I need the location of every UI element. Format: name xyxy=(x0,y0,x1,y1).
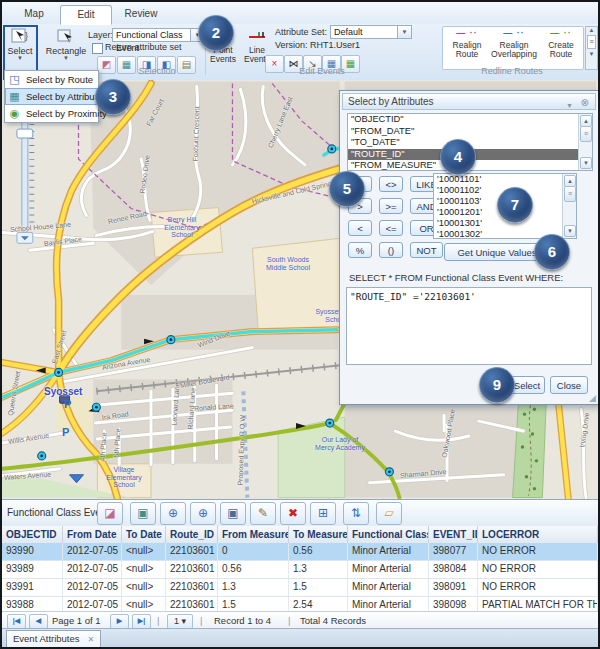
total-records-label: Total 4 Records xyxy=(300,615,366,626)
values-list-scrollbar[interactable]: ▲ ≡ ▼ xyxy=(562,174,576,238)
open-icon[interactable]: ▱ xyxy=(376,502,402,525)
map-label: Berry Hill Elementary School xyxy=(154,216,210,239)
table-cell: Minor Arterial xyxy=(348,561,429,578)
version-label: Version: RHT1.User1 xyxy=(275,40,360,50)
table-row[interactable]: 939902012-07-05<null>2210360100.56Minor … xyxy=(2,543,598,561)
dialog-title: Select by Attributes xyxy=(348,96,434,107)
pager-separator: | xyxy=(200,615,202,626)
map-label: Queens Street xyxy=(7,370,22,416)
sort-icon[interactable]: ⇅ xyxy=(343,502,369,525)
map-label: 5th Place xyxy=(113,428,122,458)
table-row[interactable]: 939892012-07-05<null>221036010.561.3Mino… xyxy=(2,561,598,579)
column-header[interactable]: To Measure xyxy=(289,526,348,543)
tab-map[interactable]: Map xyxy=(14,5,54,23)
chevron-down-icon[interactable]: ▼ xyxy=(2,56,38,61)
table-cell: <null> xyxy=(122,543,166,560)
callout-9: 9 xyxy=(479,367,515,403)
column-header[interactable]: Functional Class xyxy=(348,526,429,543)
scroll-down-icon[interactable]: ▼ xyxy=(580,157,592,169)
map-label: Foxhunt Crescent xyxy=(192,106,201,161)
return-attribute-set-label: Return attribute set xyxy=(105,42,182,52)
next-page-button[interactable]: ▶ xyxy=(110,614,129,629)
map-label: Oakwood Place xyxy=(441,409,456,459)
return-attribute-set-checkbox[interactable] xyxy=(92,43,103,54)
realign-route-button[interactable]: — ·· Realign Route xyxy=(445,29,489,59)
operator-pct-button[interactable]: % xyxy=(348,242,372,258)
dialog-close-icon[interactable]: ⊗ xyxy=(581,95,589,111)
map-label: Sharman Drive xyxy=(400,468,447,479)
operator-paren-button[interactable]: () xyxy=(379,242,403,258)
dialog-title-bar[interactable]: Select by Attributes ▼ ⊗ xyxy=(342,93,596,110)
operator-neq-button[interactable]: <> xyxy=(379,176,403,192)
field-item[interactable]: "OBJECTID" xyxy=(348,114,592,126)
value-item[interactable]: '10001101' xyxy=(434,174,576,185)
menu-item-select-by-proximity[interactable]: ◉ Select by Proximity xyxy=(5,105,98,122)
page-number-select[interactable]: 1 ▾ xyxy=(167,614,193,629)
callout-7: 7 xyxy=(497,187,533,223)
menu-item-select-by-route[interactable]: ◳ Select by Route xyxy=(5,71,98,88)
where-clause-textarea[interactable]: "ROUTE_ID" ='22103601' xyxy=(346,287,592,365)
column-header[interactable]: From Measure xyxy=(218,526,289,543)
select-by-attributes-icon: ▦ xyxy=(8,90,21,103)
field-item[interactable]: "FROM_DATE" xyxy=(348,126,592,138)
first-page-button[interactable]: |◀ xyxy=(7,614,26,629)
layer-combobox[interactable]: Functional Class Event ▼ xyxy=(112,28,205,42)
last-page-button[interactable]: ▶| xyxy=(132,614,151,629)
callout-5: 5 xyxy=(329,171,365,207)
column-header[interactable]: EVENT_ID xyxy=(429,526,478,543)
table-cell: 398084 xyxy=(429,561,478,578)
table-cell: 398091 xyxy=(429,579,478,596)
map-label: Renee Road xyxy=(107,210,147,225)
operator-lt-button[interactable]: < xyxy=(348,220,372,236)
table-cell: 93991 xyxy=(2,579,63,596)
column-header[interactable]: LOCERROR xyxy=(478,526,598,543)
prev-page-button[interactable]: ◀ xyxy=(29,614,48,629)
dialog-menu-icon[interactable]: ▼ xyxy=(566,98,573,114)
map-label: Willis Avenue xyxy=(7,432,49,445)
clear-selection-icon[interactable]: ◪ xyxy=(97,502,123,525)
table-cell: 93990 xyxy=(2,543,63,560)
operator-lte-button[interactable]: <= xyxy=(379,220,403,236)
delete-record-icon[interactable]: ✖ xyxy=(280,502,306,525)
attribute-set-combobox[interactable]: Default ▼ xyxy=(330,25,412,39)
save-icon[interactable]: ▣ xyxy=(220,502,246,525)
operator-gte-button[interactable]: >= xyxy=(379,198,403,214)
tab-event-attributes[interactable]: Event Attributes✕ xyxy=(6,630,101,648)
show-selected-icon[interactable]: ▣ xyxy=(130,502,156,525)
pan-to-selection-icon[interactable]: ⊕ xyxy=(190,502,216,525)
operator-not-button[interactable]: NOT xyxy=(410,242,443,258)
scroll-thumb[interactable]: ≡ xyxy=(580,126,592,142)
scroll-down-icon[interactable]: ▼ xyxy=(564,225,576,237)
column-header[interactable]: To Date xyxy=(122,526,166,543)
realign-overlapping-button[interactable]: — ·· Realign Overlapping xyxy=(489,29,539,59)
map-label: East Street xyxy=(51,329,68,364)
map-label: Irving Drive xyxy=(579,412,591,448)
close-icon[interactable]: ✕ xyxy=(88,635,95,644)
column-header[interactable]: Route_ID xyxy=(166,526,218,543)
map-label: 4th Place xyxy=(99,432,108,462)
table-row[interactable]: 939912012-07-05<null>221036011.31.5Minor… xyxy=(2,579,598,597)
map-label: Arizona Avenue xyxy=(101,356,150,371)
add-table-icon[interactable]: ⊞ xyxy=(310,502,336,525)
chevron-down-icon[interactable]: ▼ xyxy=(397,26,411,38)
ribbon-scrollbar[interactable]: ▲≡▼ xyxy=(585,26,598,70)
table-toolbar: Functional Class Event ◪ ▣ ⊕ ⊕ ▣ ✎ ✖ ⊞ ⇅… xyxy=(2,500,598,527)
field-list-scrollbar[interactable]: ▲ ≡ ▼ xyxy=(578,114,592,170)
map-label: Miller Boulevard xyxy=(179,373,230,389)
table-cell: 93989 xyxy=(2,561,63,578)
select-cursor-icon: } xyxy=(10,27,30,46)
column-header[interactable]: From Date xyxy=(63,526,122,543)
column-header[interactable]: OBJECTID xyxy=(2,526,63,543)
tab-review[interactable]: Review xyxy=(116,5,166,23)
tab-edit[interactable]: Edit xyxy=(60,5,112,25)
edit-record-icon[interactable]: ✎ xyxy=(250,502,276,525)
table-cell: NO ERROR xyxy=(478,561,598,578)
table-body: 939902012-07-05<null>2210360100.56Minor … xyxy=(2,543,598,615)
zoom-to-selection-icon[interactable]: ⊕ xyxy=(160,502,186,525)
dialog-close-button[interactable]: Close xyxy=(550,376,588,394)
chevron-down-icon[interactable]: ▼ xyxy=(44,56,88,61)
menu-item-select-by-attributes[interactable]: ▦ Select by Attributes xyxy=(5,88,98,105)
create-route-button[interactable]: — ·· Create Route xyxy=(541,29,581,59)
dialog-resize-handle[interactable]: ◢ xyxy=(589,393,596,403)
scroll-thumb[interactable]: ≡ xyxy=(564,186,576,202)
